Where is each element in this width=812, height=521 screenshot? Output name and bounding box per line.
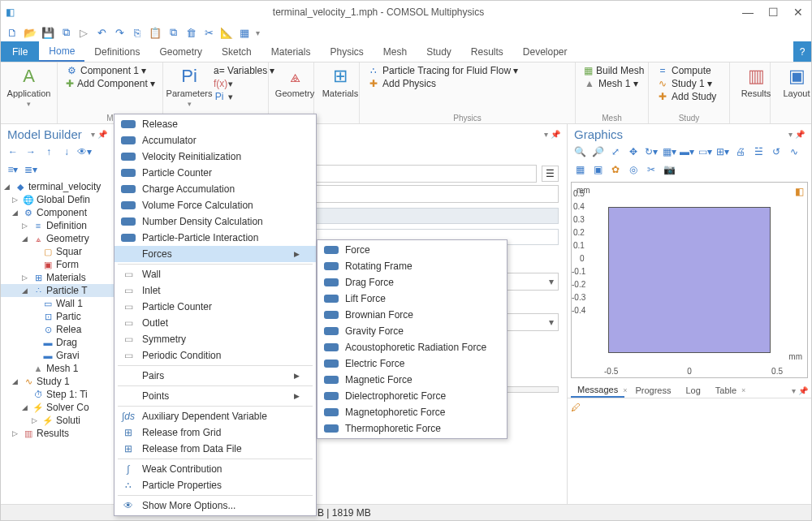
mi-aux-dep-var[interactable]: ∫dsAuxiliary Dependent Variable: [114, 408, 316, 424]
gf-icon[interactable]: ✿: [608, 162, 623, 177]
log-pin-icon[interactable]: ▾ 📌: [792, 386, 808, 395]
mi-particle-counter[interactable]: Particle Counter: [114, 165, 316, 181]
run-icon[interactable]: ▷: [77, 26, 90, 39]
tab-developer[interactable]: Developer: [513, 41, 577, 62]
settings-pin-icon[interactable]: ▾ 📌: [544, 130, 560, 139]
new-icon[interactable]: 🗋: [6, 26, 19, 39]
nav-fwd-icon[interactable]: →: [24, 144, 38, 159]
mi-show-more[interactable]: 👁Show More Options...: [114, 497, 316, 514]
mi-accumulator[interactable]: Accumulator: [114, 132, 316, 149]
eye-icon[interactable]: 👁▾: [77, 144, 92, 159]
file-menu[interactable]: File: [1, 41, 39, 62]
pan-icon[interactable]: ✥: [626, 144, 641, 159]
qat-dropdown[interactable]: ▾: [256, 28, 260, 37]
variables-button[interactable]: a= Variables ▾: [212, 64, 277, 77]
mi-dielectro-force[interactable]: Dielectrophoretic Force: [317, 388, 507, 404]
camera-icon[interactable]: 📷: [662, 162, 676, 177]
mi-points[interactable]: Points▶: [114, 388, 316, 404]
gc-icon[interactable]: ∿: [787, 144, 801, 159]
ptf-dropdown[interactable]: ∴Particle Tracing for Fluid Flow ▾: [366, 64, 568, 77]
tab-geometry[interactable]: Geometry: [149, 41, 212, 62]
mesh1-dropdown[interactable]: ▲Mesh 1 ▾: [582, 77, 641, 90]
add-component-button[interactable]: ✚Add Component ▾: [64, 77, 156, 90]
mi-velocity-reinit[interactable]: Velocity Reinitialization: [114, 149, 316, 165]
study1-dropdown[interactable]: ∿Study 1 ▾: [655, 77, 723, 90]
tab-home[interactable]: Home: [39, 41, 84, 62]
mi-wall[interactable]: ▭Wall: [114, 266, 316, 282]
undo-icon[interactable]: ↶: [95, 26, 108, 39]
minimize-button[interactable]: —: [742, 6, 754, 19]
tab-table[interactable]: Table: [709, 384, 743, 397]
print-icon[interactable]: 🖨: [733, 144, 748, 159]
tab-progress[interactable]: Progress: [628, 384, 677, 397]
redo-icon[interactable]: ↷: [113, 26, 126, 39]
model-tree[interactable]: ◢◆terminal_velocity ▷🌐Global Defin ◢⚙Com…: [1, 179, 114, 504]
mi-periodic[interactable]: ▭Periodic Condition: [114, 347, 316, 364]
view-icon[interactable]: ▦▾: [662, 144, 676, 159]
tab-messages[interactable]: Messages: [571, 383, 624, 398]
mi-forces[interactable]: Forces▶: [114, 246, 316, 262]
maximize-button[interactable]: ☐: [768, 6, 779, 19]
save-icon[interactable]: 💾: [41, 26, 54, 39]
mi-gravity-force[interactable]: Gravity Force: [317, 323, 507, 339]
table-icon[interactable]: ▦: [238, 26, 251, 39]
zoom-out-icon[interactable]: 🔎: [590, 144, 605, 159]
build-mesh-button[interactable]: ▦Build Mesh: [582, 64, 641, 77]
gd-icon[interactable]: ▦: [572, 162, 587, 177]
gg-icon[interactable]: ◎: [626, 162, 641, 177]
mi-release[interactable]: Release: [114, 116, 316, 132]
mi-weak-contrib[interactable]: ∫Weak Contribution: [114, 461, 316, 477]
tree-ptf-node[interactable]: ◢∴Particle T: [1, 284, 114, 297]
dup-icon[interactable]: ⧉: [166, 26, 179, 39]
layout-button[interactable]: ▣Layout: [777, 64, 812, 100]
ga-icon[interactable]: ☱: [751, 144, 766, 159]
results-button[interactable]: ▥Results: [736, 64, 775, 100]
mi-force[interactable]: Force: [317, 242, 507, 258]
gh-icon[interactable]: ✂: [644, 162, 659, 177]
zoom-extents-icon[interactable]: ⤢: [608, 144, 623, 159]
tab-sketch[interactable]: Sketch: [212, 41, 261, 62]
open-icon[interactable]: 📂: [24, 26, 37, 39]
tab-table-close[interactable]: ×: [741, 386, 745, 394]
pin-icon[interactable]: ▾ 📌: [91, 130, 107, 139]
mi-acousto-force[interactable]: Acoustophoretic Radiation Force: [317, 339, 507, 355]
materials-button[interactable]: ⊞Materials: [321, 64, 360, 100]
color-icon[interactable]: ▬▾: [680, 144, 694, 159]
paste-icon[interactable]: 📋: [149, 26, 162, 39]
tab-definitions[interactable]: Definitions: [84, 41, 149, 62]
compute-button[interactable]: =Compute: [655, 64, 723, 77]
ruler-icon[interactable]: 📐: [220, 26, 233, 39]
copy-icon[interactable]: ⎘: [131, 26, 144, 39]
tree-opts-icon[interactable]: ≣▾: [24, 162, 38, 177]
mi-release-grid[interactable]: ⊞Release from Grid: [114, 424, 316, 441]
mi-thermo-force[interactable]: Thermophoretic Force: [317, 420, 507, 437]
graphics-canvas[interactable]: mm mm 0.5 0.4 0.3 0.2 0.1 0 -0.1 -0.2 -0…: [571, 182, 808, 378]
collapse-icon[interactable]: ≡▾: [6, 162, 20, 177]
geometry-button[interactable]: ⟁Geometry: [275, 64, 314, 100]
tab-materials[interactable]: Materials: [261, 41, 321, 62]
component-dropdown[interactable]: ⚙Component 1 ▾: [64, 64, 156, 77]
mi-electric-force[interactable]: Electric Force: [317, 355, 507, 372]
help-button[interactable]: ?: [793, 41, 811, 62]
mi-particle-counter-2[interactable]: ▭Particle Counter: [114, 299, 316, 315]
tab-log[interactable]: Log: [679, 384, 706, 397]
rotate-icon[interactable]: ↻▾: [644, 144, 659, 159]
mi-brownian-force[interactable]: Brownian Force: [317, 307, 507, 323]
tab-messages-close[interactable]: ×: [623, 386, 627, 394]
label-edit-icon[interactable]: ☰: [542, 166, 559, 182]
add-study-button[interactable]: ✚Add Study: [655, 90, 723, 103]
mi-drag-force[interactable]: Drag Force: [317, 274, 507, 291]
pi-small-button[interactable]: Pi▾: [212, 90, 277, 103]
graphics-pin-icon[interactable]: ▾ 📌: [788, 130, 805, 139]
application-button[interactable]: A Application ▾: [7, 64, 50, 110]
mi-inlet[interactable]: ▭Inlet: [114, 282, 316, 299]
mi-outlet[interactable]: ▭Outlet: [114, 315, 316, 331]
mi-particle-props[interactable]: ∴Particle Properties: [114, 477, 316, 493]
add-physics-button[interactable]: ✚Add Physics: [366, 77, 568, 90]
mi-magneto-force[interactable]: Magnetophoretic Force: [317, 404, 507, 420]
cut-icon[interactable]: ✂: [202, 26, 215, 39]
delete-icon[interactable]: 🗑: [184, 26, 197, 39]
zoom-in-icon[interactable]: 🔍: [572, 144, 587, 159]
sel-icon[interactable]: ▭▾: [698, 144, 712, 159]
mi-lift-force[interactable]: Lift Force: [317, 291, 507, 307]
